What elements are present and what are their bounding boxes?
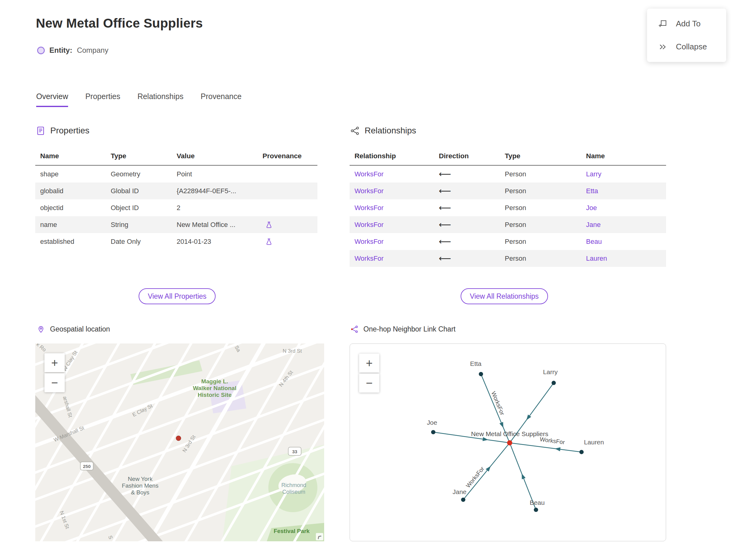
relationship-entity-type: Person: [500, 204, 581, 212]
map-label: N 3rd St: [283, 348, 302, 354]
properties-icon: [36, 126, 45, 136]
edge-lauren: [510, 443, 581, 452]
route-shield: 250: [80, 462, 93, 470]
properties-column-name: Name: [35, 148, 106, 165]
provenance-flask-icon[interactable]: [265, 221, 273, 229]
relationship-entity-name-link[interactable]: Beau: [581, 238, 666, 246]
properties-section-header: Properties: [36, 126, 90, 136]
node-jane[interactable]: [461, 497, 465, 502]
link-chart-svg: WorksForWorksForWorksForEttaLarryJoeLaur…: [350, 344, 666, 541]
tab-provenance[interactable]: Provenance: [201, 92, 241, 107]
property-value: 2: [172, 204, 258, 212]
node-larry[interactable]: [552, 381, 556, 385]
chart-zoom-in-button[interactable]: +: [359, 354, 379, 373]
node-label-beau: Beau: [530, 499, 545, 506]
node-joe[interactable]: [431, 430, 435, 434]
map-zoom-in-button[interactable]: +: [44, 353, 65, 372]
relationship-type-link[interactable]: WorksFor: [350, 221, 434, 229]
property-row: nameStringNew Metal Office ...: [35, 216, 317, 233]
node-lauren[interactable]: [579, 450, 584, 454]
relationship-type-link[interactable]: WorksFor: [350, 238, 434, 246]
collapse-button[interactable]: Collapse: [647, 35, 726, 58]
view-all-properties-button[interactable]: View All Properties: [139, 288, 216, 304]
properties-table-body: shapeGeometryPointglobalidGlobal ID{A228…: [35, 166, 317, 250]
map-attribution-toggle[interactable]: ❮: [316, 533, 323, 540]
node-beau[interactable]: [534, 508, 538, 512]
property-type: String: [106, 221, 172, 229]
property-name: established: [35, 238, 106, 246]
property-name: objectid: [35, 204, 106, 212]
relationship-entity-name-link[interactable]: Joe: [581, 204, 666, 212]
route-shield-number: 33: [292, 449, 297, 454]
property-value: 2014-01-23: [172, 238, 258, 246]
properties-section-title: Properties: [50, 126, 90, 136]
tab-properties[interactable]: Properties: [85, 92, 120, 107]
page-title: New Metal Office Suppliers: [36, 16, 203, 31]
property-row: globalidGlobal ID{A228944F-0EF5-...: [35, 182, 317, 199]
relationship-direction-arrow: ⟵: [434, 186, 500, 196]
property-value: {A228944F-0EF5-...: [172, 187, 258, 195]
view-all-relationships-button[interactable]: View All Relationships: [461, 288, 548, 304]
property-value: Point: [172, 170, 258, 178]
relationship-type-link[interactable]: WorksFor: [350, 204, 434, 212]
link-chart-panel[interactable]: WorksForWorksForWorksForEttaLarryJoeLaur…: [350, 343, 666, 541]
chart-zoom-control: + −: [359, 354, 379, 393]
map-label: Walker National: [193, 385, 236, 391]
park-area: [130, 360, 202, 385]
map-zoom-out-button[interactable]: −: [44, 373, 65, 392]
edge-jane: [463, 443, 510, 500]
relationship-direction-arrow: ⟵: [434, 253, 500, 263]
relationship-type-link[interactable]: WorksFor: [350, 170, 434, 178]
relationship-entity-name-link[interactable]: Jane: [581, 221, 666, 229]
relationship-entity-name-link[interactable]: Lauren: [581, 255, 666, 263]
property-name: globalid: [35, 187, 106, 195]
node-label-etta: Etta: [470, 360, 482, 367]
node-etta[interactable]: [479, 372, 483, 376]
collapse-icon: [658, 42, 667, 52]
map-label: & Boys: [131, 489, 149, 496]
relationship-entity-type: Person: [500, 238, 581, 246]
relationships-section-title: Relationships: [365, 126, 416, 136]
relationship-row: WorksFor⟵PersonJoe: [350, 199, 666, 216]
provenance-flask-icon[interactable]: [265, 238, 273, 246]
property-provenance: [258, 221, 317, 229]
relationship-direction-arrow: ⟵: [434, 236, 500, 247]
actions-panel: Add To Collapse: [647, 9, 726, 62]
properties-column-value: Value: [172, 148, 258, 165]
edge-arrowhead: [522, 474, 526, 479]
relationship-entity-type: Person: [500, 170, 581, 178]
relationship-type-link[interactable]: WorksFor: [350, 187, 434, 195]
edge-arrowhead: [526, 415, 531, 420]
tab-overview[interactable]: Overview: [36, 92, 68, 107]
map-canvas: 25033k RoW Clay StSaN 3rd StN 4th StMagg…: [35, 343, 324, 541]
map-label: Coliseum: [282, 489, 305, 495]
map-panel[interactable]: 25033k RoW Clay StSaN 3rd StN 4th StMagg…: [35, 343, 324, 541]
entity-location-marker[interactable]: [176, 436, 181, 441]
chart-zoom-out-button[interactable]: −: [359, 374, 379, 393]
add-to-button[interactable]: Add To: [647, 12, 726, 35]
map-label: Maggie L.: [201, 378, 228, 385]
property-type: Date Only: [106, 238, 172, 246]
relationships-table-body: WorksFor⟵PersonLarryWorksFor⟵PersonEttaW…: [350, 166, 666, 267]
properties-table: NameTypeValueProvenance shapeGeometryPoi…: [35, 148, 317, 250]
tabs: OverviewPropertiesRelationshipsProvenanc…: [36, 92, 242, 107]
relationships-table: RelationshipDirectionTypeName WorksFor⟵P…: [350, 148, 666, 267]
relationship-row: WorksFor⟵PersonLarry: [350, 166, 666, 182]
property-row: establishedDate Only2014-01-23: [35, 233, 317, 250]
property-value: New Metal Office ...: [172, 221, 258, 229]
relationships-column-direction: Direction: [434, 148, 500, 165]
relationship-entity-name-link[interactable]: Larry: [581, 170, 666, 178]
relationship-type-link[interactable]: WorksFor: [350, 255, 434, 263]
relationship-entity-name-link[interactable]: Etta: [581, 187, 666, 195]
street-line: [35, 343, 324, 449]
node-center[interactable]: [507, 440, 512, 446]
map-label: k Ro: [35, 343, 47, 353]
property-name: name: [35, 221, 106, 229]
tab-relationships[interactable]: Relationships: [137, 92, 183, 107]
properties-column-type: Type: [106, 148, 172, 165]
property-type: Object ID: [106, 204, 172, 212]
relationships-column-relationship: Relationship: [350, 148, 434, 165]
node-label-jane: Jane: [453, 488, 466, 495]
relationships-column-name: Name: [581, 148, 666, 165]
map-label: Richmond: [281, 482, 306, 488]
